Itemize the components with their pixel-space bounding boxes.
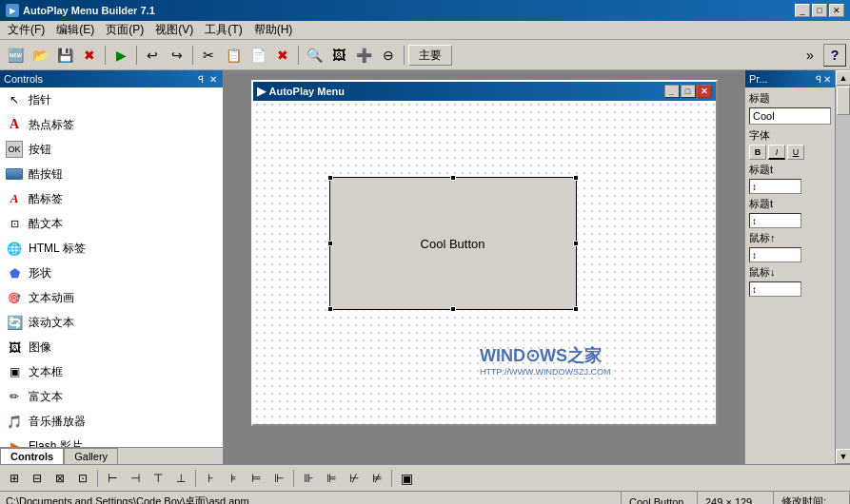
tb-minus[interactable]: ⊖ (377, 44, 400, 67)
btb-4[interactable]: ⊡ (72, 468, 93, 489)
inner-maximize-button[interactable]: □ (681, 85, 696, 98)
tab-controls[interactable]: Controls (0, 448, 64, 464)
tb-undo[interactable]: ↩ (141, 44, 164, 67)
prop-mouse1-select[interactable]: ↕ (749, 247, 801, 262)
btb-2[interactable]: ⊟ (27, 468, 48, 489)
scroll-thumb[interactable] (837, 87, 850, 115)
inner-minimize-button[interactable]: _ (664, 85, 680, 98)
control-textbox[interactable]: ▣ 文本框 (0, 359, 223, 384)
btb-13[interactable]: ⊪ (298, 468, 319, 489)
tb-image[interactable]: 🖼 (327, 44, 350, 67)
design-canvas[interactable]: Cool Button WIND⊙WS之家 HTTP://WWW.WINDOWS… (253, 101, 716, 424)
control-cool-button[interactable]: 酷按钮 (0, 162, 223, 186)
btb-16[interactable]: ⊭ (366, 468, 387, 489)
minimize-button[interactable]: _ (795, 4, 810, 17)
control-cool-text[interactable]: ⊡ 酷文本 (0, 211, 223, 236)
main-layout: Controls ꟼ ✕ ↖ 指针 A 热点标签 OK 按钮 酷按钮 (0, 70, 850, 464)
btb-8[interactable]: ⊥ (170, 468, 191, 489)
tb-save[interactable]: 💾 (53, 44, 76, 67)
btb-10[interactable]: ⊧ (223, 468, 244, 489)
control-cool-label[interactable]: A 酷标签 (0, 186, 223, 211)
btb-17[interactable]: ▣ (396, 468, 417, 489)
tb-more[interactable]: » (799, 44, 821, 67)
menu-edit[interactable]: 编辑(E) (50, 21, 100, 39)
scroll-track[interactable] (836, 86, 850, 449)
close-button[interactable]: ✕ (829, 4, 844, 17)
tab-gallery[interactable]: Gallery (64, 448, 118, 464)
menu-view[interactable]: 视图(V) (149, 21, 199, 39)
properties-pin-button[interactable]: ꟼ (816, 74, 821, 85)
btb-7[interactable]: ⊤ (148, 468, 168, 489)
tb-cut[interactable]: ✂ (197, 44, 220, 67)
btb-11[interactable]: ⊨ (246, 468, 267, 489)
canvas-element-label: Cool Button (421, 237, 485, 251)
btb-1[interactable]: ⊞ (4, 468, 25, 489)
bottom-toolbar: ⊞ ⊟ ⊠ ⊡ ⊢ ⊣ ⊤ ⊥ ⊦ ⊧ ⊨ ⊩ ⊪ ⊫ ⊬ ⊭ ▣ (0, 464, 850, 491)
font-italic-button[interactable]: I (768, 145, 785, 160)
control-scroll-text[interactable]: 🔄 滚动文本 (0, 310, 223, 335)
status-modified: 修改时间: (774, 492, 850, 504)
handle-tm[interactable] (450, 175, 456, 181)
prop-title-value[interactable]: Cool (749, 107, 831, 125)
controls-panel: Controls ꟼ ✕ ↖ 指针 A 热点标签 OK 按钮 酷按钮 (0, 70, 224, 464)
maximize-button[interactable]: □ (812, 4, 827, 17)
prop-heading1-select[interactable]: ↕ (749, 179, 801, 194)
menu-tools[interactable]: 工具(T) (199, 21, 247, 39)
controls-close-button[interactable]: ✕ (208, 74, 219, 85)
handle-ml[interactable] (327, 241, 333, 246)
controls-pin-button[interactable]: ꟼ (196, 74, 206, 85)
control-music[interactable]: 🎵 音乐播放器 (0, 409, 223, 434)
tb-add[interactable]: ➕ (352, 44, 375, 67)
tb-play[interactable]: ▶ (109, 44, 132, 67)
control-image[interactable]: 🖼 图像 (0, 335, 223, 359)
scroll-up-button[interactable]: ▲ (836, 70, 850, 86)
handle-tr[interactable] (573, 175, 579, 181)
tb-new[interactable]: 🆕 (4, 44, 27, 67)
tb-paste[interactable]: 📄 (247, 44, 269, 67)
button-label: 按钮 (29, 142, 51, 158)
btb-6[interactable]: ⊣ (125, 468, 146, 489)
font-underline-button[interactable]: U (787, 145, 804, 160)
control-richtext[interactable]: ✏ 富文本 (0, 384, 223, 409)
control-button[interactable]: OK 按钮 (0, 137, 223, 162)
tb-remove[interactable]: ✖ (271, 44, 294, 67)
btb-15[interactable]: ⊬ (344, 468, 365, 489)
handle-br[interactable] (573, 306, 579, 312)
menu-help[interactable]: 帮助(H) (248, 21, 299, 39)
scroll-down-button[interactable]: ▼ (836, 449, 850, 464)
main-button[interactable]: 主要 (408, 45, 452, 66)
btb-12[interactable]: ⊩ (268, 468, 289, 489)
control-text-anim[interactable]: 🎯 文本动画 (0, 285, 223, 310)
control-html-tag[interactable]: 🌐 HTML 标签 (0, 236, 223, 261)
shape-icon: ⬟ (6, 264, 23, 281)
control-shape[interactable]: ⬟ 形状 (0, 261, 223, 285)
btb-5[interactable]: ⊢ (102, 468, 123, 489)
tb-copy[interactable]: 📋 (222, 44, 245, 67)
handle-bm[interactable] (450, 306, 456, 312)
tb-help-icon[interactable]: ? (823, 44, 846, 67)
watermark: WIND⊙WS之家 HTTP://WWW.WINDOWSZJ.COM (480, 344, 610, 377)
font-bold-button[interactable]: B (749, 145, 766, 160)
menu-file[interactable]: 文件(F) (2, 21, 50, 39)
btb-3[interactable]: ⊠ (49, 468, 70, 489)
menu-page[interactable]: 页面(P) (100, 21, 149, 39)
tb-redo[interactable]: ↪ (166, 44, 188, 67)
control-pointer[interactable]: ↖ 指针 (0, 87, 223, 112)
control-hotspot-label[interactable]: A 热点标签 (0, 112, 223, 137)
properties-close-button[interactable]: ✕ (823, 74, 831, 85)
tb-delete[interactable]: ✖ (78, 44, 101, 67)
cool-button-label: 酷按钮 (29, 166, 63, 183)
handle-tl[interactable] (327, 175, 333, 181)
btb-9[interactable]: ⊦ (200, 468, 221, 489)
tb-find[interactable]: 🔍 (303, 44, 326, 67)
control-flash[interactable]: ▶ Flash 影片 (0, 434, 223, 447)
handle-bl[interactable] (327, 306, 333, 312)
btb-14[interactable]: ⊫ (321, 468, 342, 489)
canvas-cool-button[interactable]: Cool Button (329, 177, 577, 310)
prop-heading2-select[interactable]: ↕ (749, 213, 801, 228)
inner-close-button[interactable]: ✕ (697, 85, 712, 98)
prop-mouse2-select[interactable]: ↕ (749, 281, 801, 297)
handle-mr[interactable] (573, 241, 579, 246)
app-title: AutoPlay Menu Builder 7.1 (23, 5, 155, 16)
tb-open[interactable]: 📂 (29, 44, 51, 67)
